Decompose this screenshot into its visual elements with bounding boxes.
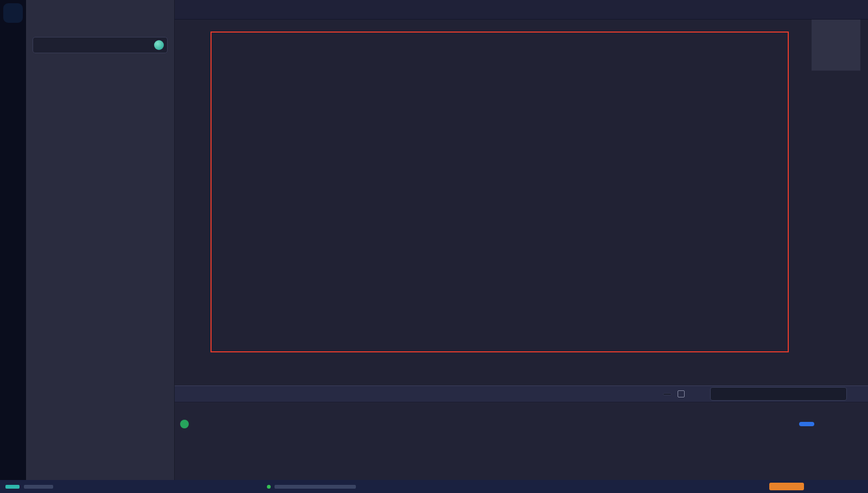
clear-console-icon[interactable] [853, 390, 861, 399]
expand-transaction-icon[interactable] [819, 420, 827, 428]
terminal-header [175, 386, 868, 402]
code-editor[interactable] [175, 20, 868, 385]
debug-button[interactable] [799, 422, 814, 426]
icon-sidebar [0, 0, 26, 480]
status-left-text [24, 485, 53, 489]
remix-ide [0, 0, 868, 493]
network-status-text [275, 485, 356, 489]
workspaces-menu-icon[interactable] [33, 23, 40, 30]
check-icon [147, 6, 155, 14]
minimap[interactable] [812, 20, 860, 385]
panel-header [26, 0, 174, 20]
terminal-search-icon[interactable] [697, 390, 704, 398]
chevron-right-icon[interactable] [160, 6, 168, 14]
file-explorer-panel [26, 0, 175, 480]
listen-checkbox[interactable] [678, 390, 685, 397]
sign-in-icon [157, 23, 164, 30]
transaction-filter-input[interactable] [710, 387, 847, 401]
status-bar [0, 480, 868, 493]
transaction-log-entry[interactable] [180, 420, 868, 428]
collapse-terminal-icon[interactable] [181, 390, 189, 398]
workspaces-row [26, 20, 174, 34]
workspace-select[interactable] [33, 37, 168, 53]
editor-action-icons [175, 0, 190, 19]
transaction-count-badge [663, 393, 672, 395]
tab-bar [175, 0, 868, 20]
explorer-toolbar [26, 59, 174, 64]
terminal-panel [175, 385, 868, 480]
remix-logo-icon [7, 7, 20, 20]
annotation-box [210, 31, 789, 352]
overview-ruler [860, 20, 868, 385]
network-status-dot [267, 485, 271, 489]
success-check-icon [180, 420, 189, 428]
status-badge[interactable] [769, 483, 804, 490]
status-left-indicator [5, 485, 20, 489]
minimap-viewport[interactable] [812, 20, 860, 71]
sign-in-button[interactable] [157, 23, 168, 30]
terminal-log [175, 402, 868, 428]
remix-logo[interactable] [3, 3, 23, 23]
workspace-status-icon [154, 40, 164, 50]
